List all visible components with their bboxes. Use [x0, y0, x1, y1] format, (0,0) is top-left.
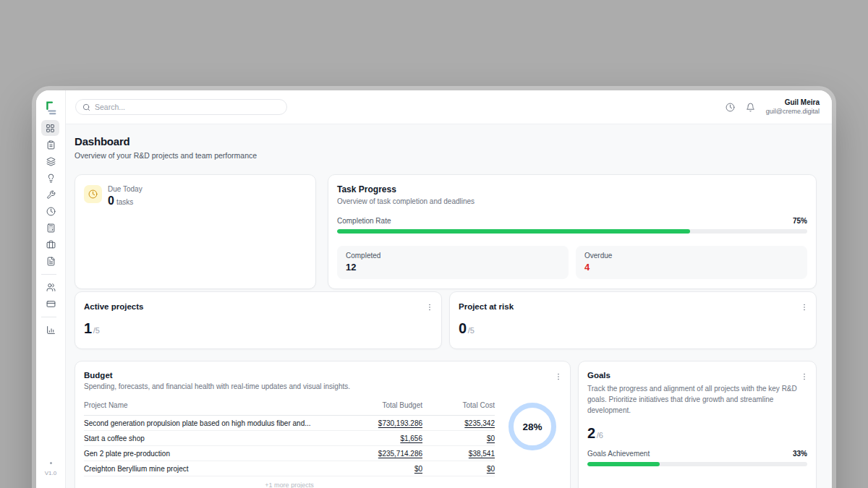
budget-card: Budget Spending, forecasts, and financia… — [75, 361, 571, 488]
task-progress-card: Task Progress Overview of task completio… — [328, 174, 817, 289]
history-clock-icon[interactable] — [726, 103, 735, 112]
budget-menu-icon[interactable] — [554, 371, 563, 384]
project-at-risk-title: Project at risk — [459, 302, 807, 311]
goals-title: Goals — [587, 371, 807, 380]
sidebar-item-portfolio[interactable] — [41, 236, 60, 253]
total-budget-cell: $0 — [337, 465, 422, 473]
file-text-icon — [46, 257, 56, 266]
search-box[interactable] — [75, 99, 287, 115]
total-cost-cell: $0 — [422, 465, 495, 473]
project-name-cell: Gen 2 plate pre-production — [84, 450, 337, 458]
project-at-risk-menu-icon[interactable] — [800, 301, 809, 314]
sidebar-divider — [41, 317, 56, 317]
completion-rate-row: Completion Rate 75% — [337, 217, 807, 225]
active-projects-menu-icon[interactable] — [425, 301, 434, 314]
row-summary: Due Today 0tasks Task Progress Overview … — [75, 174, 817, 280]
sidebar-item-billing[interactable] — [41, 296, 60, 312]
due-today-unit: tasks — [116, 198, 133, 206]
goals-menu-icon[interactable] — [800, 371, 809, 384]
budget-table-rows: Second generation propulsion plate based… — [84, 416, 495, 476]
credit-card-icon — [46, 299, 56, 309]
version-label: V1.0 — [36, 470, 65, 476]
cost-value-link[interactable]: $38,541 — [469, 450, 495, 458]
lightbulb-icon — [46, 174, 56, 183]
budget-title: Budget — [84, 371, 561, 380]
sidebar-item-ideas[interactable] — [41, 170, 60, 187]
due-today-text: Due Today 0tasks — [108, 185, 142, 207]
budget-table: Project Name Total Budget Total Cost Sec… — [84, 401, 495, 488]
user-email: guil@creme.digital — [766, 108, 820, 116]
clipboard-icon — [46, 140, 56, 150]
budget-table-header: Project Name Total Budget Total Cost — [84, 401, 495, 416]
due-today-label: Due Today — [108, 185, 142, 193]
notifications-bell-icon[interactable] — [746, 103, 755, 112]
budget-donut-area: 28% — [503, 401, 561, 488]
budget-value-link[interactable]: $0 — [414, 465, 422, 473]
status-dot — [50, 462, 52, 464]
topbar-right: Guil Meira guil@creme.digital — [726, 98, 820, 116]
users-icon — [46, 283, 56, 292]
cost-value-link[interactable]: $235,342 — [464, 419, 495, 427]
goals-progress-fill — [587, 462, 660, 466]
user-menu[interactable]: Guil Meira guil@creme.digital — [766, 98, 820, 116]
clock-badge-icon — [84, 185, 102, 203]
completion-rate-value: 75% — [793, 217, 807, 225]
row-details: Budget Spending, forecasts, and financia… — [75, 361, 817, 488]
calculator-icon — [46, 223, 56, 233]
sidebar-item-analytics[interactable] — [41, 322, 60, 338]
total-cost-cell: $38,541 — [422, 450, 495, 458]
col-total-budget: Total Budget — [337, 401, 422, 409]
col-project-name: Project Name — [84, 401, 337, 409]
budget-donut-label: 28% — [522, 421, 542, 432]
goals-count: 2/6 — [587, 425, 807, 442]
project-at-risk-value: 0 — [459, 320, 467, 337]
bar-chart-icon — [46, 325, 56, 335]
layers-icon — [46, 157, 56, 166]
briefcase-icon — [46, 240, 56, 249]
sidebar-item-time[interactable] — [41, 203, 60, 220]
budget-table-row: Second generation propulsion plate based… — [84, 416, 495, 431]
project-name-cell: Start a coffee shop — [84, 435, 337, 442]
sidebar-item-team[interactable] — [41, 279, 60, 296]
more-projects-link[interactable]: +1 more projects — [84, 476, 495, 488]
layout-grid-icon — [46, 124, 55, 133]
task-progress-subtitle: Overview of task completion and deadline… — [337, 197, 807, 205]
completed-stat-box: Completed 12 — [337, 246, 569, 279]
project-at-risk-total: /5 — [468, 326, 475, 335]
completion-progress-fill — [337, 229, 690, 234]
col-total-cost: Total Cost — [422, 401, 495, 409]
sidebar-item-calculator[interactable] — [41, 220, 60, 236]
cost-value-link[interactable]: $0 — [487, 435, 495, 442]
sidebar-item-tools[interactable] — [41, 187, 60, 203]
task-stats: Completed 12 Overdue 4 — [337, 246, 807, 279]
budget-table-row: Creighton Beryllium mine project$0$0 — [84, 461, 495, 476]
budget-body: Project Name Total Budget Total Cost Sec… — [84, 401, 561, 488]
completed-value: 12 — [346, 262, 560, 273]
completion-progress-bar — [337, 229, 807, 234]
project-at-risk-card: Project at risk 0/5 — [449, 291, 817, 349]
overdue-label: Overdue — [584, 252, 799, 260]
project-name-cell: Second generation propulsion plate based… — [84, 419, 337, 427]
sidebar-item-dashboard[interactable] — [41, 120, 59, 136]
page-subtitle: Overview of your R&D projects and team p… — [75, 151, 817, 160]
creme-logo-icon — [43, 99, 59, 115]
sidebar-item-tasks[interactable] — [41, 137, 60, 153]
due-today-card: Due Today 0tasks — [75, 174, 316, 289]
goals-progress-bar — [587, 462, 807, 466]
dashboard-content: Dashboard Overview of your R&D projects … — [66, 124, 832, 488]
budget-value-link[interactable]: $730,193.286 — [378, 419, 422, 427]
budget-value-link[interactable]: $235,714.286 — [378, 450, 422, 458]
app-version: V1.0 — [36, 462, 65, 476]
cost-value-link[interactable]: $0 — [487, 465, 495, 473]
search-icon — [82, 103, 90, 111]
sidebar-item-projects[interactable] — [41, 153, 60, 170]
budget-value-link[interactable]: $1,656 — [400, 435, 422, 442]
sidebar-item-documents[interactable] — [41, 253, 60, 270]
search-input[interactable] — [95, 103, 280, 111]
clock-icon — [46, 207, 56, 216]
topbar: Guil Meira guil@creme.digital — [66, 90, 832, 124]
budget-subtitle: Spending, forecasts, and financial healt… — [84, 382, 561, 390]
active-projects-value: 1 — [84, 320, 92, 337]
total-cost-cell: $0 — [422, 435, 495, 442]
completed-label: Completed — [346, 252, 560, 260]
